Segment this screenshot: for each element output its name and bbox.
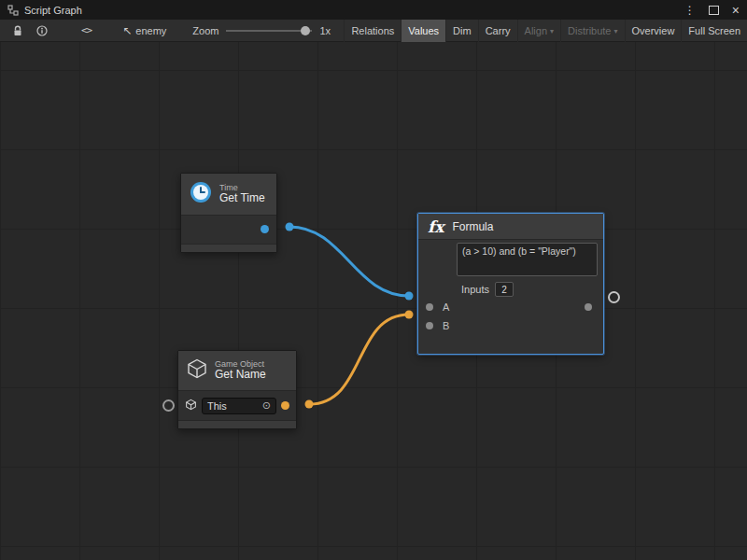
input-port-target-unconnected[interactable] xyxy=(162,399,175,412)
node-body: This ⊙ xyxy=(178,391,296,420)
maximize-icon[interactable] xyxy=(709,6,719,15)
port-label: B xyxy=(443,320,449,331)
cube-icon xyxy=(186,357,208,384)
node-title: Formula xyxy=(452,220,493,233)
node-header[interactable]: fx Formula xyxy=(418,214,603,240)
info-icon[interactable] xyxy=(30,20,54,42)
values-button[interactable]: Values xyxy=(401,20,445,42)
graph-pointer-icon: ↖ xyxy=(122,24,132,37)
node-body xyxy=(181,216,276,244)
fullscreen-button[interactable]: Full Screen xyxy=(681,20,747,42)
toolbar-buttons: Relations Values Dim Carry Align ▾ Distr… xyxy=(344,20,747,42)
relations-button[interactable]: Relations xyxy=(344,20,401,42)
zoom-slider[interactable] xyxy=(226,25,312,36)
title-bar: Script Graph ⋮ × xyxy=(0,0,747,20)
node-header[interactable]: Time Get Time xyxy=(181,174,276,216)
node-title: Get Name xyxy=(215,369,266,382)
close-icon[interactable]: × xyxy=(732,4,740,17)
graph-window-icon xyxy=(7,5,19,16)
graph-canvas[interactable] xyxy=(0,42,747,560)
target-object-field[interactable]: This ⊙ xyxy=(202,398,276,414)
zoom-value: 1x xyxy=(319,25,331,36)
cube-icon xyxy=(185,398,197,414)
carry-button[interactable]: Carry xyxy=(478,20,517,42)
node-header[interactable]: Game Object Get Name xyxy=(178,351,296,391)
output-port-time[interactable] xyxy=(261,225,269,233)
chevron-down-icon: ▾ xyxy=(550,27,554,35)
inputs-count-field[interactable]: 2 xyxy=(495,282,514,297)
dim-button[interactable]: Dim xyxy=(445,20,478,42)
input-port-b[interactable] xyxy=(426,322,433,329)
clock-icon xyxy=(189,180,213,208)
node-footer xyxy=(181,244,276,252)
formula-expression-input[interactable]: (a > 10) and (b = "Player") xyxy=(457,243,598,276)
target-object-value: This xyxy=(207,400,227,412)
code-view-icon[interactable]: <> xyxy=(75,20,98,42)
graph-name: enemy xyxy=(135,25,166,36)
port-row-a: A xyxy=(418,298,603,316)
node-get-time[interactable]: Time Get Time xyxy=(180,173,277,253)
input-port-a[interactable] xyxy=(426,303,433,311)
node-formula[interactable]: fx Formula (a > 10) and (b = "Player") I… xyxy=(417,213,604,355)
node-title: Get Time xyxy=(219,192,265,205)
graph-toolbar: <> ↖ enemy Zoom 1x Relations Values Dim … xyxy=(0,20,747,42)
inputs-label: Inputs xyxy=(461,284,489,295)
formula-fx-icon: fx xyxy=(428,217,444,236)
port-row-b: B xyxy=(418,316,603,335)
zoom-slider-track xyxy=(226,30,312,32)
object-picker-icon[interactable]: ⊙ xyxy=(262,399,271,412)
script-graph-window: Script Graph ⋮ × <> ↖ enemy xyxy=(0,0,747,560)
window-menu-icon[interactable]: ⋮ xyxy=(684,5,696,16)
output-port-name[interactable] xyxy=(281,401,289,410)
distribute-button[interactable]: Distribute ▾ xyxy=(560,20,624,42)
output-port-formula-unconnected[interactable] xyxy=(608,291,620,303)
zoom-label: Zoom xyxy=(192,25,218,36)
graph-breadcrumb[interactable]: ↖ enemy xyxy=(122,24,166,37)
node-get-name[interactable]: Game Object Get Name This ⊙ xyxy=(177,350,297,429)
overview-button[interactable]: Overview xyxy=(625,20,682,42)
chevron-down-icon: ▾ xyxy=(614,27,618,35)
zoom-slider-handle[interactable] xyxy=(301,26,310,35)
lock-icon[interactable] xyxy=(6,20,30,42)
align-button[interactable]: Align ▾ xyxy=(517,20,560,42)
output-port-result[interactable] xyxy=(585,303,592,311)
port-label: A xyxy=(443,301,449,313)
window-title: Script Graph xyxy=(24,5,82,16)
node-footer xyxy=(178,420,296,428)
